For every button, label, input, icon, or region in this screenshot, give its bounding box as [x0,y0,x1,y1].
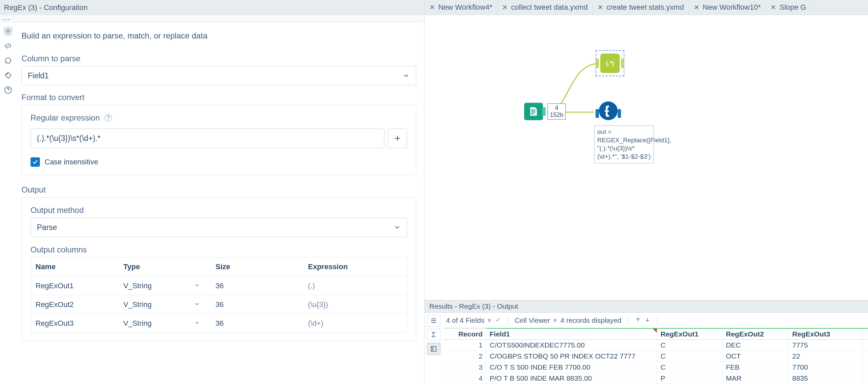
grid-row[interactable]: 3 C/O T S 500 INDE FEB 7700.00 C FEB 770… [443,362,868,373]
tab-workflow[interactable]: ✕Slope G [766,0,811,15]
config-iconbar [0,23,16,384]
config-panel-header: RegEx (3) - Configuration [0,0,424,15]
config-form: Build an expression to parse, match, or … [16,23,424,384]
chevron-down-icon [394,224,401,231]
col-regexout2[interactable]: RegExOut2 [722,329,789,340]
column-value: Field1 [28,71,49,80]
view-sum-icon[interactable]: Σ [427,329,440,341]
check-icon[interactable] [495,316,501,324]
grid-row[interactable]: 1 C/OTS500INDEXDEC7775.00 C DEC 7775 [443,340,868,351]
results-grid[interactable]: Record Field1 RegExOut1 RegExOut2 RegExO… [443,328,868,384]
output-anchor[interactable] [621,59,624,68]
output-method-label: Output method [31,206,407,215]
configuration-panel: RegEx (3) - Configuration ⋯ Build an exp… [0,0,425,384]
pin-icon[interactable] [415,3,420,12]
tag-icon[interactable] [3,71,13,80]
close-icon[interactable]: ✕ [429,3,435,11]
column-to-parse-label: Column to parse [22,54,416,63]
col-expr-header[interactable]: Expression [303,263,407,271]
tab-workflow[interactable]: ✕New Workflow4* [425,0,497,15]
dropdown-icon[interactable]: ▾ [553,316,557,324]
fields-summary[interactable]: 4 of 4 Fields [446,316,484,324]
collapse-icon[interactable] [409,3,415,12]
gear-icon[interactable] [3,27,13,36]
table-row[interactable]: RegExOut1 V_String 36 (.) [31,276,407,295]
help-icon[interactable] [3,85,13,95]
svg-point-1 [7,74,8,75]
case-insensitive-checkbox[interactable] [31,158,40,167]
col-type-header[interactable]: Type [119,263,211,271]
svg-rect-4 [531,111,535,112]
regex-tool-icon: (.*) [600,54,620,73]
text-input-icon [524,103,543,120]
results-panel: Σ 4 of 4 Fields ▾ Cell Viewer ▾ 4 record… [425,313,868,384]
col-size-header[interactable]: Size [211,263,303,271]
output-group: Output method Parse Output columns Name … [22,197,416,341]
format-group: Regular expression ? (.).*(\u{3})\s*(\d+… [22,105,416,175]
input-anchor[interactable] [595,59,599,68]
regex-input[interactable]: (.).*(\u{3})\s*(\d+).* [31,129,384,148]
column-to-parse-select[interactable]: Field1 [22,66,416,85]
chevron-down-icon[interactable] [194,319,200,328]
records-summary: 4 records displayed [560,316,621,324]
chevron-down-icon [403,72,410,79]
lead-text: Build an expression to parse, match, or … [22,31,416,40]
nav-up-icon[interactable] [635,316,641,324]
close-icon[interactable]: ✕ [694,3,700,11]
formula-tool[interactable] [595,101,621,120]
regex-add-button[interactable]: + [388,129,407,148]
regex-label: Regular expression [31,113,100,123]
view-metadata-icon[interactable] [427,343,440,355]
output-columns-label: Output columns [31,245,407,254]
workflow-tabs: ✕New Workflow4* ✕collect tweet data.yxmd… [425,0,868,15]
output-label: Output [22,185,416,195]
col-regexout1[interactable]: RegExOut1 [657,329,722,340]
cell-viewer-label[interactable]: Cell Viewer [515,316,550,324]
format-label: Format to convert [22,93,416,102]
grid-row[interactable]: 4 P/O T B 500 INDE MAR 8835.00 P MAR 883… [443,373,868,384]
col-record[interactable]: Record [443,328,486,340]
svg-rect-5 [531,113,534,114]
col-regexout3[interactable]: RegExOut3 [789,329,863,340]
tab-workflow[interactable]: ✕New Workflow10* [689,0,766,15]
tab-workflow[interactable]: ✕collect tweet data.yxmd [497,0,593,15]
chevron-down-icon[interactable] [194,300,200,309]
tab-workflow[interactable]: ✕create tweet stats.yxmd [593,0,689,15]
formula-tool-icon [599,101,618,120]
formula-annotation[interactable]: out = REGEX_Replace([Field1], "(.).*(\u{… [594,126,654,163]
chevron-down-icon[interactable] [194,282,200,290]
config-title: RegEx (3) - Configuration [4,3,88,12]
svg-point-0 [7,30,9,32]
close-icon[interactable]: ✕ [502,3,508,11]
info-icon[interactable]: ? [104,114,112,121]
case-label: Case insensitive [44,158,98,166]
results-iconbar: Σ [425,313,443,384]
dropdown-icon[interactable]: ▾ [488,316,491,324]
results-header: Results - RegEx (3) - Output [425,300,868,313]
data-size-badge: 4 152b [548,103,566,119]
col-name-header[interactable]: Name [31,263,119,271]
table-row[interactable]: RegExOut2 V_String 36 (\u{3}) [31,295,407,314]
table-row[interactable]: RegExOut3 V_String 36 (\d+) [31,314,407,333]
text-input-tool[interactable]: 4 152b [524,103,566,120]
table-header-row: Name Type Size Expression [31,257,407,276]
close-icon[interactable]: ✕ [597,3,603,11]
view-list-icon[interactable] [427,315,440,327]
results-toolbar: 4 of 4 Fields ▾ Cell Viewer ▾ 4 records … [443,313,868,328]
workspace: ✕New Workflow4* ✕collect tweet data.yxmd… [425,0,868,384]
nav-down-icon[interactable] [645,316,651,324]
output-columns-table: Name Type Size Expression RegExOut1 V_St… [31,257,407,333]
output-method-value: Parse [37,223,57,232]
xml-icon[interactable] [3,41,13,50]
close-icon[interactable]: ✕ [771,3,776,11]
workflow-canvas[interactable]: 4 152b (.*) out = REGEX_Replace([Field1]… [425,15,868,300]
drag-handle[interactable]: ⋯ [0,15,424,23]
svg-rect-3 [531,109,535,110]
col-field1[interactable]: Field1 [486,329,657,340]
output-method-select[interactable]: Parse [31,218,407,237]
grid-row[interactable]: 2 C/OGBPS STOBQ 50 PR INDEX OCT22 7777 C… [443,351,868,362]
regex-tool-selected[interactable]: (.*) [595,50,624,76]
refresh-icon[interactable] [3,56,13,65]
